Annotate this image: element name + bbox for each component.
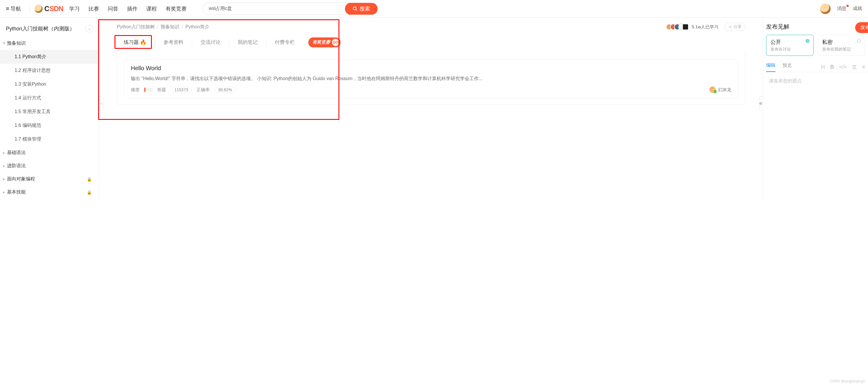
breadcrumb: Python入门技能树 / 预备知识 / Python简介 [117, 24, 209, 30]
heading-icon[interactable]: H [821, 64, 825, 70]
tab-label: 付费专栏 [275, 39, 295, 46]
tab-label: 参考资料 [163, 39, 183, 46]
divider [30, 5, 30, 12]
editor-tabs: 编辑 预览 H B </> ☰ ≡ [766, 60, 868, 72]
triangle-right-icon: ▶ [3, 177, 5, 181]
triangle-down-icon: ▶ [3, 42, 6, 45]
avatar[interactable] [820, 3, 831, 14]
sidebar-group-label: 进阶语法 [7, 163, 26, 169]
question-title: Hello World [131, 65, 731, 71]
question-meta: 难度 答题 115373 正确率 38.82% 幻灰龙 [131, 87, 731, 93]
editor-tools: H B </> ☰ ≡ [821, 64, 865, 70]
nav-item[interactable]: 比赛 [89, 5, 99, 12]
tab-label: 练习题 [124, 39, 139, 46]
study-users: ··· 5.1w人已学习 分享 [666, 23, 745, 31]
svg-line-1 [356, 9, 357, 10]
svg-point-4 [731, 28, 732, 29]
body: Python入门技能树（内测版） ⌄ ▶预备知识1.1 Python简介1.2 … [0, 18, 868, 199]
nav-item[interactable]: 有奖竞赛 [165, 5, 187, 12]
sidebar-item[interactable]: 1.7 模块管理 [0, 132, 99, 146]
tab-label: 交流讨论 [200, 39, 220, 46]
breadcrumb-sep: / [157, 24, 158, 30]
radio-icon [806, 39, 809, 43]
sidebar-item[interactable]: 1.1 Python简介 [0, 50, 99, 64]
vis-sub: 发布在讨论 [771, 47, 809, 52]
share-button[interactable]: 分享 [724, 23, 745, 31]
share-icon [728, 25, 732, 29]
contest-badge[interactable]: 有奖竞赛 GO [308, 37, 341, 47]
sidebar-group-label: 面向对象编程 [7, 176, 35, 182]
achievements-link[interactable]: 成就 [853, 5, 862, 12]
sidebar: Python入门技能树（内测版） ⌄ ▶预备知识1.1 Python简介1.2 … [0, 18, 99, 199]
question-desc: 输出 "Hello,World!" 字符串，请找出以下选项中错误的选项。 小知识… [131, 75, 731, 83]
svg-point-2 [729, 26, 730, 28]
sidebar-item[interactable]: 1.6 编码规范 [0, 119, 99, 132]
tab-paid[interactable]: 付费专栏 [266, 35, 303, 50]
lock-icon: 🔒 [87, 177, 92, 181]
search-icon [352, 6, 358, 11]
top-header: ≡ 导航 CSDN 学习 比赛 问答 插件 课程 有奖竞赛 搜索 消息 成就 [0, 0, 868, 18]
author[interactable]: 幻灰龙 [709, 87, 731, 93]
author-name: 幻灰龙 [718, 87, 731, 93]
answer-count: 115373 [170, 87, 192, 93]
search-button[interactable]: 搜索 [345, 3, 378, 15]
breadcrumb-item[interactable]: Python简介 [185, 24, 209, 30]
nav-item[interactable]: 问答 [108, 5, 118, 12]
visibility-options: 公开 发布在讨论 私密 发布在我的笔记 [766, 35, 868, 60]
sidebar-item[interactable]: 1.3 安装Python [0, 78, 99, 91]
sidebar-group-head[interactable]: ▶进阶语法 [0, 159, 99, 173]
sidebar-group-head[interactable]: ▶预备知识 [0, 37, 99, 50]
vis-title: 私密 [822, 38, 861, 46]
tree-title: Python入门技能树（内测版） [6, 25, 75, 32]
sidebar-item[interactable]: 1.4 运行方式 [0, 91, 99, 105]
top-nav: 学习 比赛 问答 插件 课程 有奖竞赛 [69, 5, 187, 12]
triangle-right-icon: ▶ [3, 164, 5, 168]
logo[interactable]: CSDN [34, 5, 63, 13]
question-card[interactable]: Hello World 输出 "Hello,World!" 字符串，请找出以下选… [117, 51, 745, 105]
publish-button[interactable]: 发布 [855, 22, 868, 33]
breadcrumb-item[interactable]: Python入门技能树 [117, 24, 155, 30]
visibility-public[interactable]: 公开 发布在讨论 [766, 35, 814, 56]
breadcrumb-row: Python入门技能树 / 预备知识 / Python简介 ··· 5.1w人已… [99, 18, 763, 35]
sidebar-group-head[interactable]: ▶基本技能🔒 [0, 186, 99, 199]
main-tabs: 练习题 🔥 参考资料 交流讨论 我的笔记 付费专栏 有奖竞赛 GO [99, 35, 763, 50]
editor-tab-edit[interactable]: 编辑 [766, 62, 775, 72]
accuracy-value: 38.82% [214, 87, 236, 93]
editor-tab-preview[interactable]: 预览 [782, 63, 792, 71]
tab-discuss[interactable]: 交流讨论 [192, 35, 229, 50]
code-icon[interactable]: </> [839, 64, 847, 70]
tab-reference[interactable]: 参考资料 [155, 35, 192, 50]
study-count: 5.1w人已学习 [691, 24, 718, 30]
visibility-private[interactable]: 私密 发布在我的笔记 [818, 35, 865, 56]
chevron-down-icon[interactable]: ⌄ [86, 25, 93, 32]
mini-avatar [682, 24, 689, 30]
nav-toggle[interactable]: ≡ 导航 [6, 5, 21, 12]
sidebar-item[interactable]: 1.5 常用开发工具 [0, 105, 99, 119]
answer-label: 答题 [157, 87, 166, 93]
nav-item[interactable]: 课程 [146, 5, 157, 12]
ordered-list-icon[interactable]: ≡ [862, 64, 865, 70]
tab-exercise[interactable]: 练习题 🔥 [115, 35, 155, 50]
tab-label: 我的笔记 [238, 39, 257, 46]
bold-icon[interactable]: B [830, 64, 834, 70]
breadcrumb-item[interactable]: 预备知识 [161, 24, 179, 30]
monkey-icon [34, 5, 43, 13]
messages-link[interactable]: 消息 [837, 5, 846, 12]
search-box: 搜索 [203, 3, 378, 15]
sidebar-item[interactable]: 1.2 程序设计思想 [0, 64, 99, 78]
editor-textarea[interactable]: 请发表您的观点 [766, 72, 868, 90]
go-icon: GO [332, 38, 339, 46]
collapse-right-handle[interactable] [759, 96, 763, 111]
accuracy-label: 正确率 [196, 87, 210, 93]
nav-item[interactable]: 学习 [69, 5, 80, 12]
difficulty-label: 难度 [131, 87, 140, 93]
list-icon[interactable]: ☰ [852, 64, 857, 70]
collapse-left-handle[interactable]: ‹ [99, 96, 103, 111]
tab-notes[interactable]: 我的笔记 [229, 35, 266, 50]
search-input[interactable] [203, 6, 345, 11]
share-label: 分享 [733, 24, 742, 30]
vis-title: 公开 [771, 38, 809, 46]
nav-item[interactable]: 插件 [127, 5, 137, 12]
sidebar-group-head[interactable]: ▶面向对象编程🔒 [0, 173, 99, 186]
sidebar-group-head[interactable]: ▶基础语法 [0, 146, 99, 159]
